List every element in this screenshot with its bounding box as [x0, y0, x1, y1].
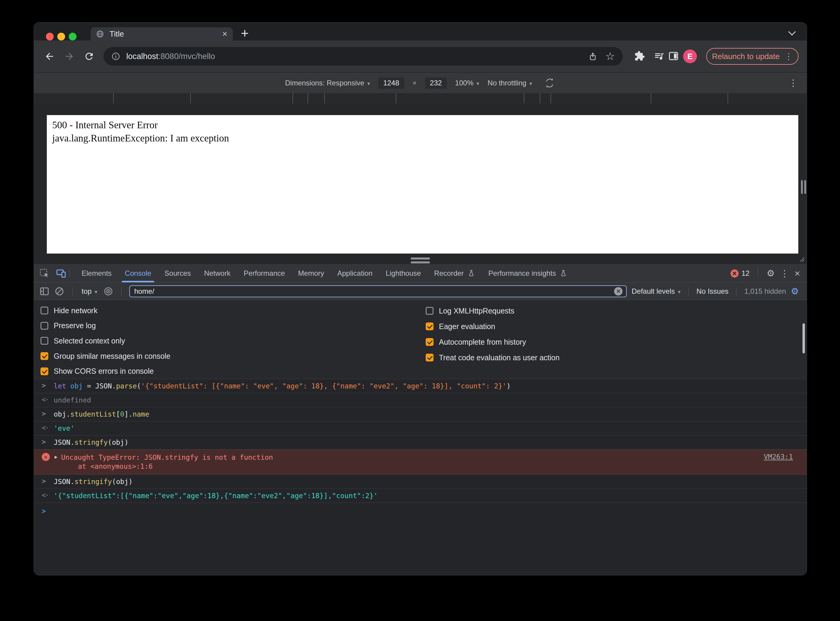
url-text[interactable]: localhost:8080/mvc/hello: [126, 52, 579, 61]
setting-label: Hide network: [54, 306, 97, 315]
console-setting-show-cors-errors-in-console[interactable]: Show CORS errors in console: [41, 364, 426, 379]
checkbox-unchecked-icon[interactable]: [41, 307, 48, 314]
devtools-tab-memory[interactable]: Memory: [292, 264, 331, 282]
devtools-tab-elements[interactable]: Elements: [75, 264, 118, 282]
viewport-height-input[interactable]: 232: [425, 77, 447, 89]
console-setting-eager-evaluation[interactable]: Eager evaluation: [426, 319, 559, 334]
viewport-corner-resize-handle[interactable]: [799, 256, 805, 262]
browser-tab[interactable]: Title ×: [91, 27, 233, 41]
tab-close-icon[interactable]: ×: [222, 29, 228, 38]
toggle-device-toolbar-icon[interactable]: [56, 268, 66, 279]
live-expression-eye-icon[interactable]: [103, 286, 113, 297]
devtools-tab-sources[interactable]: Sources: [158, 264, 197, 282]
dropdown-caret-icon: ▾: [530, 80, 532, 87]
inspect-element-icon[interactable]: [39, 268, 50, 279]
window-zoom-button[interactable]: [69, 33, 76, 41]
extensions-puzzle-icon[interactable]: [634, 51, 645, 61]
console-setting-hide-network[interactable]: Hide network: [41, 303, 426, 318]
device-toolbar-menu-icon[interactable]: ⋮: [789, 77, 798, 88]
checkbox-checked-icon[interactable]: [426, 354, 433, 362]
console-settings-gear-icon[interactable]: ⚙: [791, 287, 799, 296]
console-message-input: >JSON.stringfy(obj): [34, 435, 807, 450]
divider: [758, 269, 758, 278]
devtools-menu-icon[interactable]: ⋮: [780, 268, 789, 279]
expand-triangle-icon[interactable]: ▶: [55, 454, 58, 460]
issues-status[interactable]: No Issues: [697, 287, 729, 295]
context-selector[interactable]: top▾: [82, 287, 97, 295]
page-content: 500 - Internal Server Error java.lang.Ru…: [47, 115, 798, 254]
checkbox-unchecked-icon[interactable]: [426, 307, 433, 315]
devtools-tab-recorder[interactable]: Recorder: [427, 264, 482, 282]
console-settings-panel: Hide networkPreserve logSelected context…: [34, 300, 807, 379]
bookmark-star-icon[interactable]: ☆: [605, 51, 615, 62]
forward-button[interactable]: [64, 51, 75, 62]
checkbox-checked-icon[interactable]: [426, 338, 433, 346]
ruler-tick: [728, 93, 728, 103]
ruler-tick: [524, 93, 524, 103]
devtools-tab-network[interactable]: Network: [197, 264, 237, 282]
checkbox-checked-icon[interactable]: [41, 367, 48, 375]
devtools-tab-application[interactable]: Application: [331, 264, 379, 282]
console-filter-input[interactable]: ✕: [129, 285, 627, 297]
profile-avatar[interactable]: E: [683, 50, 697, 63]
console-setting-treat-code-evaluation-as-user-action[interactable]: Treat code evaluation as user action: [426, 350, 559, 365]
ruler-tick: [651, 93, 651, 103]
console-scrollbar-thumb[interactable]: [802, 323, 805, 353]
console-sidebar-icon[interactable]: [39, 286, 50, 297]
zoom-value: 100%: [455, 79, 473, 87]
checkbox-unchecked-icon[interactable]: [41, 337, 48, 345]
console-setting-preserve-log[interactable]: Preserve log: [41, 318, 426, 333]
levels-value: Default levels: [632, 287, 675, 295]
devtools-tab-performance-insights[interactable]: Performance insights: [482, 264, 574, 282]
viewport-width-input[interactable]: 1248: [378, 77, 404, 89]
viewport-height-resize-handle[interactable]: [411, 257, 430, 264]
console-setting-log-xmlhttprequests[interactable]: Log XMLHttpRequests: [426, 303, 559, 319]
share-icon[interactable]: [588, 51, 598, 61]
zoom-select[interactable]: 100%▾: [455, 79, 479, 87]
tab-search-chevron-icon[interactable]: [788, 28, 796, 35]
reload-button[interactable]: [84, 51, 94, 62]
devtools-tab-label: Network: [204, 269, 230, 277]
setting-label: Preserve log: [54, 321, 96, 330]
default-levels-select[interactable]: Default levels▾: [632, 287, 681, 295]
devtools-tab-lighthouse[interactable]: Lighthouse: [379, 264, 427, 282]
dimensions-select[interactable]: Dimensions: Responsive▾: [285, 79, 370, 87]
console-code: JSON.stringify(obj): [54, 477, 807, 486]
devtools-close-icon[interactable]: ×: [794, 268, 800, 279]
checkbox-checked-icon[interactable]: [426, 323, 433, 330]
site-info-icon[interactable]: [111, 52, 120, 61]
devtools-settings-gear-icon[interactable]: ⚙: [767, 269, 775, 278]
clear-filter-icon[interactable]: ✕: [614, 287, 623, 295]
error-source-link[interactable]: VM263:1: [764, 453, 793, 460]
dropdown-caret-icon: ▾: [476, 80, 479, 87]
console-code: 'eve': [54, 424, 807, 433]
divider: [69, 269, 70, 278]
devtools-tab-label: Console: [125, 269, 151, 277]
address-bar[interactable]: localhost:8080/mvc/hello ☆: [103, 47, 623, 66]
filter-text-input[interactable]: [134, 287, 614, 296]
new-tab-button[interactable]: +: [241, 27, 249, 40]
prompt-chevron-icon: >: [42, 382, 54, 389]
window-minimize-button[interactable]: [57, 33, 65, 41]
rotate-viewport-icon[interactable]: [544, 77, 556, 89]
window-close-button[interactable]: [46, 33, 54, 41]
devtools-tab-performance[interactable]: Performance: [237, 264, 291, 282]
browser-menu-icon[interactable]: ⋮: [784, 51, 793, 61]
relaunch-to-update-button[interactable]: Relaunch to update ⋮: [706, 48, 799, 65]
setting-label: Treat code evaluation as user action: [439, 353, 559, 362]
devtools-tab-console[interactable]: Console: [118, 264, 158, 282]
media-controls-icon[interactable]: [654, 51, 664, 61]
console-setting-selected-context-only[interactable]: Selected context only: [41, 333, 426, 348]
console-message-prompt[interactable]: >: [34, 503, 807, 518]
checkbox-checked-icon[interactable]: [41, 352, 48, 360]
viewport-width-resize-handle[interactable]: [801, 180, 806, 194]
console-error-badge[interactable]: ✕ 12: [731, 269, 750, 277]
throttling-select[interactable]: No throttling▾: [488, 79, 532, 87]
console-setting-autocomplete-from-history[interactable]: Autocomplete from history: [426, 334, 559, 350]
side-panel-icon[interactable]: [668, 51, 679, 61]
back-button[interactable]: [44, 51, 55, 62]
clear-console-icon[interactable]: [54, 286, 64, 297]
device-mode-toolbar: Dimensions: Responsive▾ 1248 × 232 100%▾…: [34, 72, 807, 93]
checkbox-unchecked-icon[interactable]: [41, 322, 48, 330]
console-setting-group-similar-messages-in-console[interactable]: Group similar messages in console: [41, 348, 426, 364]
